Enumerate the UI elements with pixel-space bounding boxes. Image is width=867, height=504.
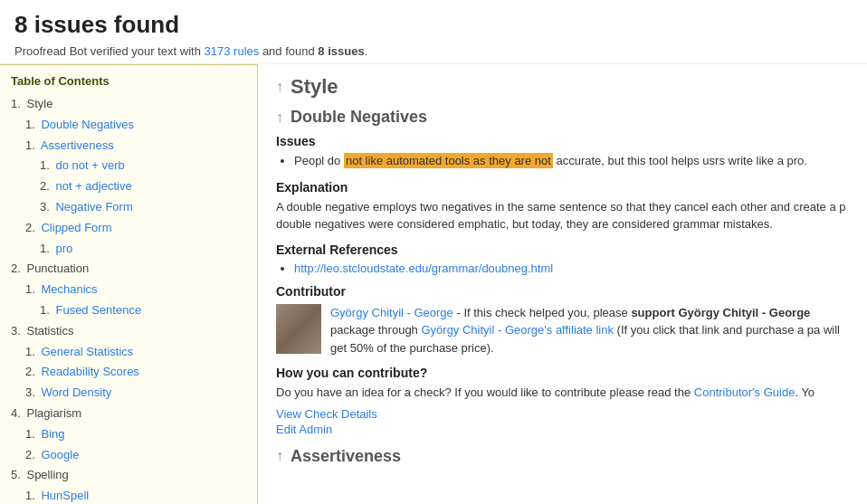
desc-suffix: .: [365, 44, 368, 58]
toc-link-negative-form[interactable]: Negative Form: [55, 200, 132, 214]
list-item: 1. Style: [11, 95, 246, 114]
list-item[interactable]: 1. pro: [11, 240, 246, 259]
rules-link[interactable]: 3173 rules: [205, 44, 260, 58]
toc-link-clipped-form[interactable]: Clipped Form: [41, 221, 111, 234]
issues-label: Issues: [276, 134, 849, 148]
list-item: Peopl do not like automated tools as the…: [294, 152, 849, 171]
toc-link-word-density[interactable]: Word Density: [41, 385, 111, 399]
double-negatives-arrow-icon: ↑: [276, 109, 283, 126]
toc-link-do-not-verb[interactable]: do not + verb: [55, 158, 124, 172]
list-item[interactable]: 1. Bing: [11, 425, 246, 444]
style-arrow-icon: ↑: [276, 79, 283, 95]
toc-list: 1. Style 1. Double Negatives 1. Assertiv…: [11, 95, 246, 504]
view-check-details-link[interactable]: View Check Details: [276, 407, 849, 421]
page-title: 8 issues found: [14, 11, 853, 39]
issue-suffix: accurate, but this tool helps usrs write…: [553, 154, 807, 167]
toc-link-pro[interactable]: pro: [55, 242, 72, 255]
list-item[interactable]: 2. Google: [11, 446, 246, 465]
ext-ref-link[interactable]: http://leo.stcloudstate.edu/grammar/doub…: [294, 262, 553, 275]
assertiveness-title: Assertiveness: [291, 447, 401, 466]
description: Proofread Bot verified your text with 31…: [14, 44, 853, 58]
list-item[interactable]: 3. Word Density: [11, 384, 246, 403]
list-item: 4. Plagiarism: [11, 404, 246, 423]
issues-list: Peopl do not like automated tools as the…: [276, 152, 849, 171]
toc-link-mechanics[interactable]: Mechanics: [41, 282, 97, 296]
contributor-name-link[interactable]: György Chityil - George: [330, 306, 453, 319]
list-item: 5. Spelling: [11, 466, 246, 485]
double-negatives-title: Double Negatives: [291, 108, 427, 127]
list-item[interactable]: 1. Double Negatives: [11, 116, 246, 135]
list-item[interactable]: 3. Negative Form: [11, 198, 246, 217]
avatar-image: [276, 304, 321, 354]
toc-link-readability-scores[interactable]: Readability Scores: [41, 365, 138, 378]
issue-highlight: not like automated tools as they are not: [344, 153, 553, 168]
main-layout: Table of Contents 1. Style 1. Double Neg…: [0, 64, 867, 504]
how-text: Do you have an idea for a check? If you …: [276, 385, 694, 399]
ext-ref-label: External References: [276, 242, 849, 257]
toc-link-hunspell[interactable]: HunSpell: [41, 489, 89, 502]
style-title: Style: [291, 75, 338, 99]
page-header: 8 issues found Proofread Bot verified yo…: [0, 0, 867, 64]
assertiveness-heading: ↑ Assertiveness: [276, 447, 849, 466]
toc-link-general-statistics[interactable]: General Statistics: [41, 345, 133, 358]
contributor-guide-link[interactable]: Contributor's Guide: [694, 385, 796, 399]
toc-link-assertiveness[interactable]: Assertiveness: [41, 138, 114, 152]
list-item: 2. Punctuation: [11, 260, 246, 279]
how-contribute-label: How you can contribute?: [276, 366, 849, 380]
main-content: ↑ Style ↑ Double Negatives Issues Peopl …: [258, 64, 867, 504]
edit-admin-link[interactable]: Edit Admin: [276, 423, 849, 436]
toc-title: Table of Contents: [11, 74, 246, 88]
list-item[interactable]: 1. Mechanics: [11, 281, 246, 300]
toc-link-bing[interactable]: Bing: [41, 427, 64, 441]
list-item[interactable]: 2. not + adjective: [11, 177, 246, 196]
issue-prefix: Peopl do: [294, 154, 344, 167]
assertiveness-arrow-icon: ↑: [276, 448, 283, 464]
toc-link-google[interactable]: Google: [41, 448, 79, 461]
list-item: 3. Statistics: [11, 322, 246, 341]
desc-prefix: Proofread Bot verified your text with: [14, 44, 205, 58]
contributor-text: György Chityil - George - If this check …: [330, 304, 849, 357]
list-item[interactable]: 1. HunSpell: [11, 487, 246, 504]
explanation-text: A double negative employs two negatives …: [276, 198, 849, 233]
ext-ref-list: http://leo.stcloudstate.edu/grammar/doub…: [276, 261, 849, 275]
contributor-box: György Chityil - George - If this check …: [276, 304, 849, 357]
issues-count: 8 issues: [318, 44, 364, 58]
toc-link-fused-sentence[interactable]: Fused Sentence: [55, 303, 141, 317]
explanation-label: Explanation: [276, 180, 849, 195]
toc-link-double-negatives[interactable]: Double Negatives: [41, 118, 134, 131]
toc-link-not-adjective[interactable]: not + adjective: [55, 179, 131, 193]
avatar: [276, 304, 321, 354]
contributor-text1: - If this check helped you, please: [453, 306, 632, 319]
style-section-heading: ↑ Style: [276, 75, 849, 99]
list-item[interactable]: 1. General Statistics: [11, 343, 246, 362]
list-item[interactable]: 1. Fused Sentence: [11, 301, 246, 320]
list-item: http://leo.stcloudstate.edu/grammar/doub…: [294, 261, 849, 275]
list-item[interactable]: 2. Clipped Form: [11, 219, 246, 238]
how-contribute-text: Do you have an idea for a check? If you …: [276, 384, 849, 402]
action-links: View Check Details Edit Admin: [276, 407, 849, 436]
contributor-bold: support György Chityil - George: [631, 306, 810, 319]
list-item[interactable]: 1. Assertiveness: [11, 137, 246, 156]
contributor-affiliate-link[interactable]: György Chityil - George's affiliate link: [421, 323, 614, 337]
contributor-label: Contributor: [276, 284, 849, 299]
how-suffix: . Yo: [795, 385, 815, 399]
double-negatives-heading: ↑ Double Negatives: [276, 108, 849, 127]
list-item[interactable]: 2. Readability Scores: [11, 363, 246, 382]
sidebar: Table of Contents 1. Style 1. Double Neg…: [0, 64, 258, 504]
contributor-text2: package through: [330, 323, 421, 337]
list-item[interactable]: 1. do not + verb: [11, 157, 246, 176]
desc-middle: and found: [259, 44, 318, 58]
